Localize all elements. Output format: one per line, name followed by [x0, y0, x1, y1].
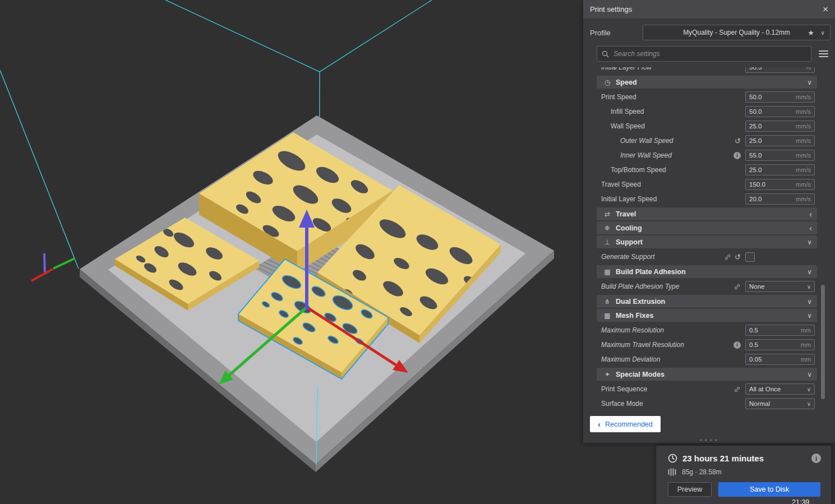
close-icon[interactable]: ×	[823, 4, 828, 14]
value-field[interactable]: 20.0mm/s	[745, 193, 815, 205]
setting-label: Generate Support	[601, 253, 724, 261]
search-row	[583, 44, 835, 65]
star-icon[interactable]: ★	[808, 29, 814, 37]
cooling-icon: ❄	[602, 224, 612, 232]
value-field[interactable]: 0.05mm	[745, 354, 815, 365]
clock-icon	[668, 454, 677, 463]
category-build-plate-adhesion[interactable]: ▦Build Plate Adhesion∨	[597, 265, 817, 278]
value-field[interactable]: 0.5mm	[745, 339, 815, 350]
setting-row-travel-speed: Travel Speed150.0mm/s	[583, 177, 835, 192]
setting-label: Maximum Deviation	[601, 355, 741, 363]
dropdown[interactable]: None∨	[745, 281, 815, 292]
category-support[interactable]: ⊥Support∨	[597, 235, 817, 248]
category-travel[interactable]: ⇄Travel‹	[597, 207, 817, 220]
panel-title: Print settings	[590, 5, 632, 13]
panel-drag-handle[interactable]: ····	[583, 434, 835, 445]
build-plate-adhesion-icon: ▦	[602, 268, 612, 276]
category-dual-extrusion[interactable]: ⋔Dual Extrusion∨	[597, 295, 817, 308]
chevron-left-icon: ‹	[809, 211, 812, 218]
viewport-3d[interactable]	[0, 0, 583, 504]
value-field[interactable]: 50.0mm/s	[745, 106, 815, 117]
chevron-left-icon: ‹	[598, 421, 601, 428]
profile-row: Profile MyQuality - Super Quality - 0.12…	[583, 19, 835, 44]
preview-button[interactable]: Preview	[668, 482, 712, 497]
unit-label: mm/s	[796, 152, 811, 159]
value-field[interactable]: 25.0mm/s	[745, 135, 815, 146]
chevron-down-icon: ∨	[807, 386, 811, 392]
chevron-down-icon: ∨	[807, 284, 811, 290]
setting-label: Top/Bottom Speed	[601, 166, 741, 174]
dropdown[interactable]: Normal∨	[745, 398, 815, 409]
profile-value: MyQuality - Super Quality - 0.12mm	[683, 29, 790, 36]
setting-label: Initial Layer Speed	[601, 195, 741, 203]
recommended-button[interactable]: ‹ Recommended	[590, 416, 661, 432]
setting-row-generate-support: Generate Support↺	[583, 249, 835, 264]
value-field[interactable]: 25.0mm/s	[745, 164, 815, 175]
unit-label: mm/s	[796, 123, 811, 130]
unit-label: %	[805, 67, 811, 71]
dropdown[interactable]: All at Once∨	[745, 383, 815, 395]
info-icon[interactable]: i	[811, 454, 821, 463]
search-icon	[602, 50, 609, 58]
value-field[interactable]: 0.5mm	[745, 325, 815, 336]
setting-row-initial-layer-flow: Initial Layer Flow50.5%	[583, 67, 835, 75]
taskbar-clock: 21:39	[792, 498, 809, 504]
profile-dropdown[interactable]: MyQuality - Super Quality - 0.12mm ★ ∨	[643, 25, 831, 40]
info-icon[interactable]: i	[733, 341, 741, 349]
unit-label: mm	[801, 327, 811, 334]
mesh-fixes-icon: ▩	[602, 312, 612, 320]
chevron-down-icon: ∨	[807, 78, 812, 86]
material-row: 85g · 28.58m	[668, 468, 821, 476]
info-icon[interactable]: i	[733, 152, 741, 159]
category-speed[interactable]: ◷Speed∨	[597, 76, 817, 89]
menu-icon[interactable]	[819, 50, 828, 57]
search-input[interactable]	[612, 49, 806, 58]
value-field[interactable]: 55.0mm/s	[745, 150, 815, 161]
material-usage: 85g · 28.58m	[682, 468, 722, 476]
speed-icon: ◷	[602, 78, 612, 86]
category-special-modes[interactable]: ✦Special Modes∨	[597, 368, 817, 381]
chevron-down-icon: ∨	[807, 268, 812, 276]
setting-label: Print Sequence	[601, 385, 733, 393]
special-modes-icon: ✦	[602, 371, 612, 378]
setting-row-surface-mode: Surface ModeNormal∨	[583, 396, 835, 410]
dual-extrusion-icon: ⋔	[602, 298, 612, 306]
value-field[interactable]: 25.0mm/s	[745, 121, 815, 132]
settings-list: Initial Layer Flow50.5%◷Speed∨Print Spee…	[583, 67, 835, 410]
chevron-left-icon: ‹	[809, 225, 812, 232]
category-label: Cooling	[616, 224, 642, 232]
print-job-info: 23 hours 21 minutes i 85g · 28.58m Previ…	[656, 446, 831, 504]
category-label: Support	[616, 238, 643, 246]
setting-row-inner-wall-speed: Inner Wall Speedi55.0mm/s	[583, 148, 835, 163]
setting-row-maximum-resolution: Maximum Resolution0.5mm	[583, 323, 835, 337]
chevron-down-icon: ∨	[807, 312, 812, 320]
scrollbar-thumb[interactable]	[821, 285, 825, 399]
value-field[interactable]: 150.0mm/s	[745, 179, 815, 190]
revert-icon[interactable]: ↺	[735, 253, 741, 261]
checkbox[interactable]	[745, 252, 755, 262]
support-icon: ⊥	[602, 238, 612, 246]
category-label: Mesh Fixes	[616, 312, 653, 320]
revert-icon[interactable]: ↺	[735, 137, 741, 145]
setting-label: Travel Speed	[601, 181, 741, 188]
category-mesh-fixes[interactable]: ▩Mesh Fixes∨	[597, 309, 817, 322]
search-settings-box[interactable]	[597, 46, 811, 62]
setting-row-infill-speed: Infill Speed50.0mm/s	[583, 104, 835, 119]
unit-label: mm/s	[796, 94, 811, 100]
category-label: Speed	[616, 78, 637, 86]
print-settings-panel: Print settings × Profile MyQuality - Sup…	[583, 0, 835, 443]
recommended-label: Recommended	[605, 420, 653, 428]
setting-label: Initial Layer Flow	[601, 67, 741, 71]
category-cooling[interactable]: ❄Cooling‹	[597, 221, 817, 234]
save-to-disk-button[interactable]: Save to Disk	[718, 482, 820, 497]
unit-label: mm	[801, 356, 811, 363]
setting-label: Surface Mode	[601, 400, 741, 408]
category-label: Travel	[616, 210, 636, 218]
chevron-down-icon: ∨	[820, 29, 825, 36]
value-field[interactable]: 50.0mm/s	[745, 91, 815, 103]
setting-row-outer-wall-speed: Outer Wall Speed↺25.0mm/s	[583, 133, 835, 148]
link-icon	[733, 283, 741, 290]
value-field[interactable]: 50.5%	[745, 67, 815, 73]
chevron-down-icon: ∨	[807, 298, 812, 306]
action-buttons-row: Preview Save to Disk	[668, 482, 821, 497]
